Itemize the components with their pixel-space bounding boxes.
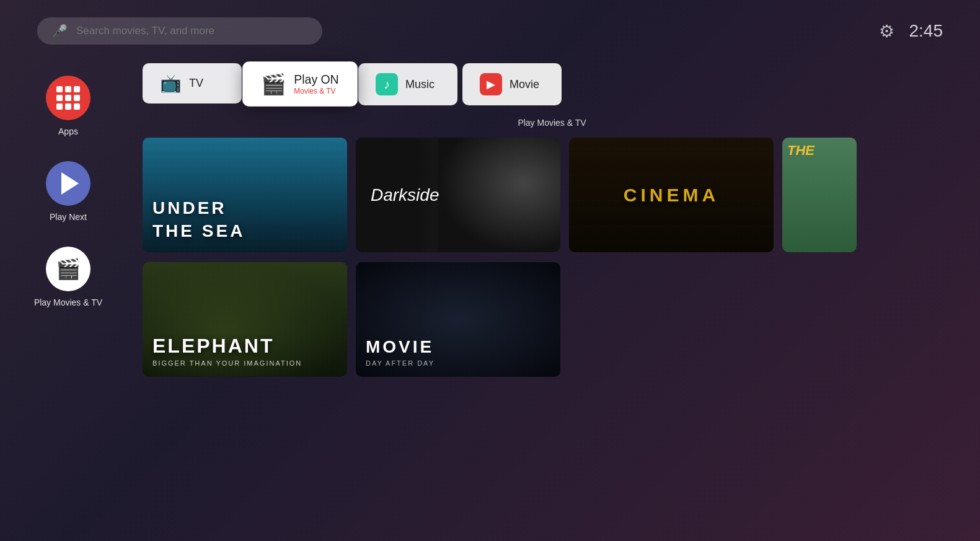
playon-icon: 🎬 [261,73,286,96]
movie-film-icon: ▶ [487,77,495,91]
app-card-movie[interactable]: ▶ Movie [462,63,562,105]
clock: 2:45 [909,21,943,41]
movie-icon-wrap: ▶ [480,73,502,95]
playon-label: Play ON [294,73,338,87]
content-area: 📺 TV 🎬 Play ON Movies & TV ♪ Mus [136,63,980,387]
gear-icon[interactable]: ⚙ [879,21,894,42]
thumb-elephant[interactable]: ELEPHANT BIGGER THAN YOUR IMAGINATION [143,262,347,377]
thumb-cinema-title: CINEMA [624,185,719,206]
apps-grid-icon [46,76,90,120]
header-right: ⚙ 2:45 [879,21,943,42]
search-input[interactable] [76,25,307,37]
play-movies-icon-circle: 🎬 [46,247,90,291]
mic-icon: 🎤 [52,24,68,38]
sidebar-play-next-label: Play Next [50,212,87,222]
thumbnails-row-2: ELEPHANT BIGGER THAN YOUR IMAGINATION MO… [143,262,961,377]
sidebar-item-play-movies[interactable]: 🎬 Play Movies & TV [34,247,102,307]
music-icon-wrap: ♪ [376,73,398,95]
thumb-movie-title: MOVIE [366,337,435,357]
playon-sublabel: Movies & TV [294,87,338,95]
play-next-triangle-icon [61,172,79,195]
app-card-tv-label: TV [189,77,203,90]
thumb-under-title: UNDERTHE SEA [152,197,245,242]
thumb-elephant-title: ELEPHANT [152,335,302,357]
app-card-tv[interactable]: 📺 TV [143,63,242,103]
thumbnails-row-1: UNDERTHE SEA Darkside CINEMA THE [143,138,961,252]
film-icon: 🎬 [56,257,81,281]
sidebar-play-movies-label: Play Movies & TV [34,297,102,307]
thumb-under-the-sea[interactable]: UNDERTHE SEA [143,138,347,252]
app-card-playon[interactable]: 🎬 Play ON Movies & TV [242,61,358,106]
app-card-movie-label: Movie [510,78,539,91]
thumb-elephant-subtitle: BIGGER THAN YOUR IMAGINATION [152,359,302,367]
sidebar: Apps Play Next 🎬 Play Movies & TV [0,63,136,387]
sidebar-item-apps[interactable]: Apps [46,76,90,136]
thumb-partial[interactable]: THE [782,138,857,252]
sidebar-item-play-next[interactable]: Play Next [46,161,90,222]
thumb-partial-title: THE [787,143,814,159]
thumb-cinema[interactable]: CINEMA [569,138,774,252]
app-card-music[interactable]: ♪ Music [358,63,457,105]
focused-app-label: Play Movies & TV [143,118,961,128]
apps-section: 📺 TV 🎬 Play ON Movies & TV ♪ Mus [143,63,961,128]
tv-icon: 📺 [160,73,182,94]
play-next-icon-circle [46,161,90,206]
search-bar[interactable]: 🎤 [37,17,322,45]
thumb-movie-subtitle: DAY AFTER DAY [366,359,435,367]
apps-icon-circle [46,76,90,120]
playon-text: Play ON Movies & TV [294,73,338,95]
main-layout: Apps Play Next 🎬 Play Movies & TV 📺 [0,57,980,387]
thumb-darkside[interactable]: Darkside [356,138,560,252]
music-note-icon: ♪ [384,77,390,92]
app-row: 📺 TV 🎬 Play ON Movies & TV ♪ Mus [143,63,961,105]
app-card-music-label: Music [405,78,435,91]
header: 🎤 ⚙ 2:45 [0,0,980,57]
sidebar-apps-label: Apps [58,126,78,136]
thumb-partial-bg: THE [782,138,857,252]
thumb-movie-day[interactable]: MOVIE DAY AFTER DAY [356,262,560,377]
thumb-darkside-title: Darkside [371,185,439,205]
